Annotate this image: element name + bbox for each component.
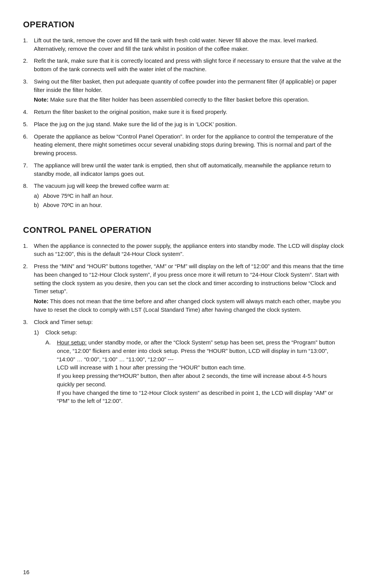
op-note-3-label: Note: [34,96,48,103]
op-text-2: Refit the tank, make sure that it is cor… [34,57,346,74]
cp-deep-list-1: A. Hour setup: under standby mode, or af… [45,338,346,405]
cp-item-2: 2. Press the “MIN” and “HOUR” buttons to… [23,262,346,314]
op-subtext-8b: Above 70ºC in an hour. [43,201,102,209]
cp-text-1: When the appliance is connected to the p… [34,242,346,259]
op-sublist-8: a) Above 75ºC in half an hour. b) Above … [34,192,346,209]
op-note-3: Note: Make sure that the filter holder h… [34,95,346,104]
cp-deep-item-A: A. Hour setup: under standby mode, or af… [45,338,346,405]
op-text-6: Operate the appliance as below “Control … [34,132,346,157]
op-text-4: Return the filter basket to the original… [34,108,346,116]
cp-item-3: 3. Clock and Timer setup: 1) Clock setup… [23,318,346,410]
op-sublabel-8a: a) [34,192,43,200]
cp-note-2-label: Note: [34,298,48,304]
cp-nested-label-1: 1) [34,328,45,408]
operation-item-7: 7. The appliance will brew until the wat… [23,161,346,178]
op-sublabel-8b: b) [34,201,43,209]
op-subitem-8a: a) Above 75ºC in half an hour. [34,192,346,200]
cp-num-1: 1. [23,242,34,259]
cp-note-2: Note: This does not mean that the time b… [34,297,346,314]
operation-item-2: 2. Refit the tank, make sure that it is … [23,57,346,74]
cp-deep-sublabel-A: Hour setup: [57,339,87,346]
cp-deep-text-A: under standby mode, or after the “Clock … [57,339,335,404]
cp-note-2-text: This does not mean that the time before … [34,298,341,313]
op-num-7: 7. [23,161,34,178]
op-text-7: The appliance will brew until the water … [34,161,346,178]
op-note-3-text: Make sure that the filter holder has bee… [48,96,309,103]
cp-item-1: 1. When the appliance is connected to th… [23,242,346,259]
cp-content-2: Press the “MIN” and “HOUR” buttons toget… [34,262,346,314]
page: OPERATION 1. Lift out the tank, remove t… [0,0,369,588]
cp-text-3: Clock and Timer setup: [34,319,93,325]
operation-list: 1. Lift out the tank, remove the cover a… [23,36,346,210]
op-text-8: The vacuum jug will keep the brewed coff… [34,182,170,189]
operation-item-4: 4. Return the filter basket to the origi… [23,108,346,116]
operation-item-1: 1. Lift out the tank, remove the cover a… [23,36,346,53]
op-subtext-8a: Above 75ºC in half an hour. [43,192,113,200]
op-num-3: 3. [23,77,34,104]
cp-nested-text-1: Clock setup: [45,329,77,336]
op-num-1: 1. [23,36,34,53]
cp-text-2: Press the “MIN” and “HOUR” buttons toget… [34,263,344,294]
cp-nested-content-1: Clock setup: A. Hour setup: under standb… [45,328,346,408]
operation-item-8: 8. The vacuum jug will keep the brewed c… [23,182,346,210]
op-text-1: Lift out the tank, remove the cover and … [34,36,346,53]
operation-item-5: 5. Place the jug on the jug stand. Make … [23,120,346,129]
op-num-2: 2. [23,57,34,74]
op-num-4: 4. [23,108,34,116]
op-content-3: Swing out the filter basket, then put ad… [34,77,346,104]
cp-nested-item-1: 1) Clock setup: A. Hour setup: under sta… [34,328,346,408]
cp-deep-label-A: A. [45,338,57,405]
op-num-5: 5. [23,120,34,129]
control-panel-heading: CONTROL PANEL OPERATION [23,224,346,236]
cp-nested-list-3: 1) Clock setup: A. Hour setup: under sta… [34,328,346,408]
page-number: 16 [23,568,30,576]
operation-heading: OPERATION [23,18,346,31]
op-text-3: Swing out the filter basket, then put ad… [34,78,337,93]
cp-num-3: 3. [23,318,34,410]
op-content-8: The vacuum jug will keep the brewed coff… [34,182,346,210]
cp-content-3: Clock and Timer setup: 1) Clock setup: A… [34,318,346,410]
operation-item-3: 3. Swing out the filter basket, then put… [23,77,346,104]
op-subitem-8b: b) Above 70ºC in an hour. [34,201,346,209]
op-num-8: 8. [23,182,34,210]
control-panel-list: 1. When the appliance is connected to th… [23,242,346,410]
operation-item-6: 6. Operate the appliance as below “Contr… [23,132,346,157]
cp-num-2: 2. [23,262,34,314]
op-num-6: 6. [23,132,34,157]
cp-deep-content-A: Hour setup: under standby mode, or after… [57,338,346,405]
op-text-5: Place the jug on the jug stand. Make sur… [34,120,346,129]
